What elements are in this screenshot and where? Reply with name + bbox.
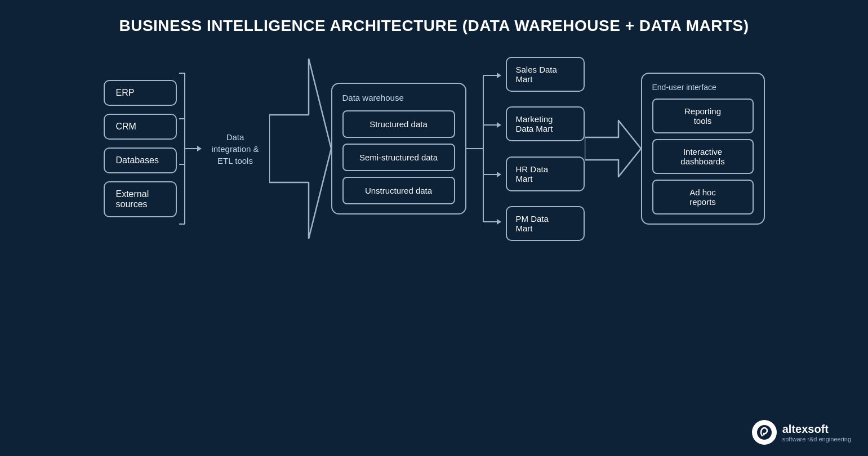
- svg-marker-18: [585, 120, 641, 177]
- altexsoft-logo: altexsoft software r&d engineering: [752, 420, 851, 445]
- svg-marker-13: [497, 122, 501, 128]
- tool-reporting: Reporting tools: [652, 99, 754, 133]
- marts-column: Sales Data Mart Marketing Data Mart HR D…: [506, 53, 585, 244]
- logo-icon: [752, 420, 777, 445]
- warehouse-box: Data warehouse Structured data Semi-stru…: [331, 83, 466, 214]
- mart-sales: Sales Data Mart: [506, 57, 585, 92]
- source-column: ERP CRM Databases External sources: [104, 80, 177, 217]
- structured-data-box: Structured data: [342, 110, 455, 138]
- source-box-crm: CRM: [104, 114, 177, 140]
- svg-marker-11: [497, 73, 501, 78]
- tool-dashboards: Interactive dashboards: [652, 139, 754, 174]
- svg-marker-15: [497, 172, 501, 177]
- page-title: BUSINESS INTELLIGENCE ARCHITECTURE (DATA…: [0, 0, 868, 47]
- logo-sub: software r&d engineering: [782, 436, 851, 442]
- bracket-connector: [179, 59, 202, 239]
- logo-text: altexsoft software r&d engineering: [782, 423, 851, 442]
- etl-label: Data integration & ETL tools: [202, 131, 269, 167]
- mart-marketing: Marketing Data Mart: [506, 106, 585, 141]
- source-box-databases: Databases: [104, 147, 177, 173]
- mart-hr: HR Data Mart: [506, 157, 585, 191]
- mart-pm: PM Data Mart: [506, 206, 585, 241]
- source-box-external: External sources: [104, 181, 177, 217]
- tool-adhoc: Ad hoc reports: [652, 180, 754, 214]
- semi-structured-data-box: Semi-structured data: [342, 144, 455, 171]
- warehouse-to-marts-arrows: [466, 53, 506, 244]
- unstructured-data-box: Unstructured data: [342, 177, 455, 204]
- marts-to-enduser-arrow: [585, 118, 641, 180]
- svg-marker-6: [197, 146, 202, 151]
- etl-arrow: [269, 59, 331, 239]
- enduser-box: End-user interface Reporting tools Inter…: [641, 73, 765, 225]
- warehouse-label: Data warehouse: [342, 93, 455, 102]
- logo-name: altexsoft: [782, 423, 851, 436]
- enduser-label: End-user interface: [652, 83, 754, 92]
- source-box-erp: ERP: [104, 80, 177, 106]
- svg-point-20: [763, 434, 764, 436]
- svg-marker-7: [269, 59, 331, 239]
- svg-marker-17: [497, 219, 501, 225]
